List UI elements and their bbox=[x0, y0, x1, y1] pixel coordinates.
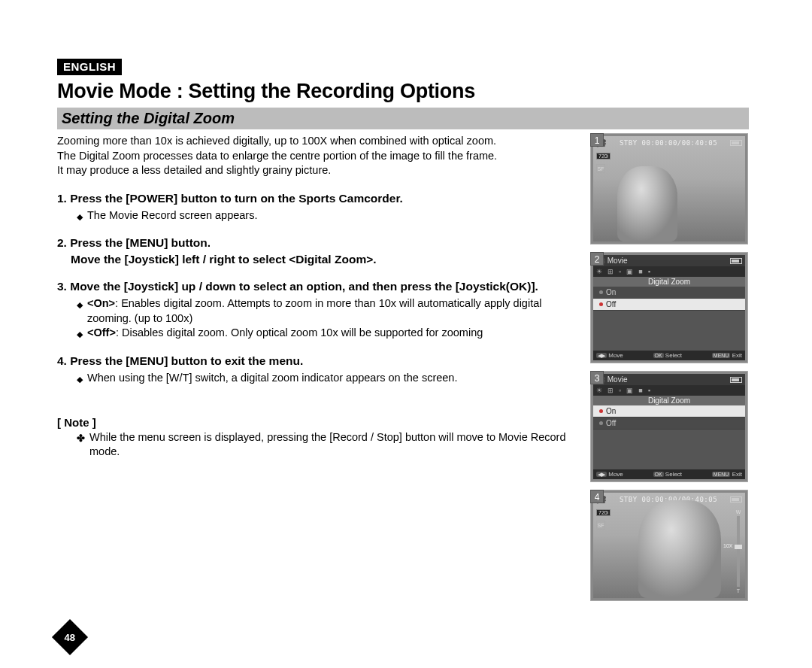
thumb-number-badge: 3 bbox=[590, 371, 604, 384]
menu-strip-icon: ☀ bbox=[596, 268, 602, 275]
diamond-bullet-icon: ◆ bbox=[77, 211, 83, 223]
screenshot-3: 3 🎥 Movie ☀ ⊞ ▫ ▣ ■ ▪ Digital Zoom bbox=[591, 372, 749, 481]
intro-paragraph: Zooming more than 10x is achieved digita… bbox=[57, 134, 577, 178]
step-heading: 4. Press the [MENU] button to exit the m… bbox=[57, 354, 577, 368]
step-2: 2. Press the [MENU] button. Move the [Jo… bbox=[57, 236, 577, 266]
step-heading: 1. Press the [POWER] button to turn on t… bbox=[57, 192, 577, 205]
menu-icon-strip: ☀ ⊞ ▫ ▣ ■ ▪ bbox=[593, 266, 745, 277]
intro-line: Zooming more than 10x is achieved digita… bbox=[57, 134, 577, 149]
menu-mode-label: Movie bbox=[607, 257, 628, 265]
thumb-number-badge: 4 bbox=[590, 490, 604, 503]
step-option: <Off>: Disables digital zoom. Only optic… bbox=[87, 326, 483, 341]
step-heading: Move the [Joystick] left / right to sele… bbox=[71, 253, 577, 266]
battery-icon bbox=[730, 258, 742, 264]
intro-line: The Digital Zoom processes data to enlar… bbox=[57, 149, 577, 164]
menu-strip-icon: ▣ bbox=[626, 387, 633, 394]
menu-strip-icon: ☀ bbox=[596, 387, 602, 394]
menu-hint-move: ◀▶ Move bbox=[596, 471, 623, 478]
resolution-badge: 720i bbox=[596, 509, 611, 516]
menu-option-off[interactable]: Off bbox=[593, 299, 745, 311]
step-3: 3. Move the [Joystick] up / down to sele… bbox=[57, 280, 577, 341]
menu-mode-label: Movie bbox=[607, 375, 628, 384]
zoom-t-label: T bbox=[737, 588, 740, 594]
menu-option-on[interactable]: On bbox=[593, 287, 745, 299]
page-number-badge: 48 bbox=[52, 619, 88, 655]
menu-hint-move: ◀▶ Move bbox=[596, 352, 623, 359]
menu-strip-icon: ■ bbox=[638, 387, 642, 394]
menu-hint-exit: MENU Exit bbox=[712, 471, 742, 478]
diamond-bullet-icon: ◆ bbox=[77, 329, 83, 340]
menu-strip-icon: ▣ bbox=[626, 268, 633, 275]
sf-badge: SF bbox=[596, 521, 605, 530]
step-4: 4. Press the [MENU] button to exit the m… bbox=[57, 354, 577, 386]
diamond-bullet-icon: ◆ bbox=[77, 299, 83, 311]
thumb-number-badge: 2 bbox=[590, 252, 604, 266]
menu-strip-icon: ▪ bbox=[648, 387, 650, 394]
menu-hint-select: OK Select bbox=[653, 471, 683, 478]
intro-line: It may produce a less detailed and sligh… bbox=[57, 163, 577, 178]
menu-option-off[interactable]: Off bbox=[593, 418, 745, 430]
note-label: [ Note ] bbox=[57, 416, 577, 429]
zoom-10x-label: 10X bbox=[723, 543, 732, 548]
battery-icon bbox=[730, 140, 742, 146]
step-option: <On>: Enables digital zoom. Attempts to … bbox=[87, 296, 577, 326]
screenshot-1: 1 🎥 STBY 00:00:00/00:40:05 720i SF bbox=[591, 134, 749, 244]
sf-badge: SF bbox=[596, 164, 605, 173]
menu-hint-select: OK Select bbox=[653, 352, 683, 359]
step-heading: 3. Move the [Joystick] up / down to sele… bbox=[57, 280, 577, 293]
menu-section-label: Digital Zoom bbox=[593, 277, 745, 287]
menu-hint-exit: MENU Exit bbox=[712, 352, 742, 359]
main-heading: Movie Mode : Setting the Recording Optio… bbox=[57, 80, 749, 103]
menu-strip-icon: ⊞ bbox=[607, 268, 614, 275]
menu-strip-icon: ⊞ bbox=[607, 387, 614, 394]
sample-photo bbox=[638, 500, 721, 598]
menu-option-on[interactable]: On bbox=[593, 405, 745, 418]
step-subtext: When using the [W/T] switch, a digital z… bbox=[87, 371, 457, 386]
screenshot-4: 4 🎥 STBY 00:00:00/00:40:05 720i SF bbox=[591, 490, 749, 600]
menu-strip-icon: ▪ bbox=[648, 268, 650, 275]
section-title-bar: Setting the Digital Zoom bbox=[57, 108, 749, 129]
screenshots-column: 1 🎥 STBY 00:00:00/00:40:05 720i SF bbox=[591, 134, 749, 609]
menu-section-label: Digital Zoom bbox=[593, 396, 745, 405]
menu-strip-icon: ■ bbox=[638, 268, 642, 275]
note-text: While the menu screen is displayed, pres… bbox=[89, 430, 577, 460]
battery-icon bbox=[730, 496, 742, 503]
cross-bullet-icon: ✤ bbox=[77, 432, 85, 445]
resolution-badge: 720i bbox=[596, 153, 611, 159]
osd-stby-label: STBY 00:00:00/00:40:05 bbox=[620, 139, 717, 147]
zoom-indicator: W 10X T bbox=[735, 509, 742, 594]
step-heading: 2. Press the [MENU] button. bbox=[57, 236, 577, 250]
step-subtext: The Movie Record screen appears. bbox=[87, 208, 257, 223]
diamond-bullet-icon: ◆ bbox=[77, 374, 83, 385]
battery-icon bbox=[730, 377, 742, 383]
sample-photo bbox=[617, 166, 677, 241]
language-badge: ENGLISH bbox=[57, 59, 122, 75]
instruction-column: Zooming more than 10x is achieved digita… bbox=[57, 134, 577, 609]
menu-strip-icon: ▫ bbox=[619, 268, 621, 275]
menu-strip-icon: ▫ bbox=[619, 387, 621, 394]
menu-icon-strip: ☀ ⊞ ▫ ▣ ■ ▪ bbox=[593, 385, 745, 396]
screenshot-2: 2 🎥 Movie ☀ ⊞ ▫ ▣ ■ ▪ Digital Zoom bbox=[591, 253, 749, 363]
step-1: 1. Press the [POWER] button to turn on t… bbox=[57, 192, 577, 223]
thumb-number-badge: 1 bbox=[590, 133, 604, 147]
zoom-w-label: W bbox=[736, 509, 741, 515]
